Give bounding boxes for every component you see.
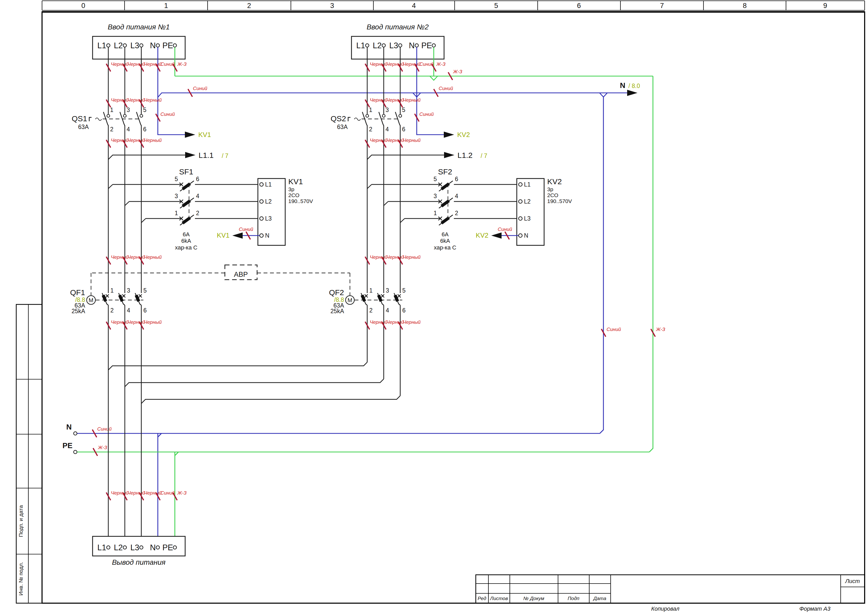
title-col-dokum: № Докум: [523, 596, 544, 601]
bottom-n-pe-terminals: N Синий PE Ж-З: [62, 423, 649, 546]
wire-color-label: Черный: [111, 490, 129, 496]
motor-symbol: M: [89, 297, 93, 303]
pole-number: 6: [402, 307, 406, 314]
avr-label: АВР: [234, 270, 248, 278]
wire-color-label: Ж-З: [656, 326, 665, 332]
pole-number: 1: [175, 210, 178, 216]
kv-spec: 190..570V: [547, 198, 572, 204]
format-label: Формат А3: [800, 605, 831, 612]
title-col-data: Дата: [593, 596, 606, 601]
terminal-label: PE: [422, 41, 432, 50]
net-sheet-ref: / 8.0: [628, 82, 640, 89]
wire-color-label: Черный: [127, 137, 145, 143]
pole-number: 1: [369, 107, 372, 113]
sf-spec: хар-ка С: [175, 244, 198, 251]
terminal-label: L3: [130, 543, 139, 552]
pe-bus: Ж-З Ж-З: [175, 69, 665, 452]
line-net-ref: L1.1: [198, 151, 214, 159]
terminal-label: N: [150, 41, 156, 50]
line-net-ref: L1.2: [457, 151, 473, 159]
pole-number: 4: [127, 126, 130, 133]
kv-coil-ref: KV1: [198, 131, 211, 138]
wire-color-label: Черный: [403, 137, 421, 143]
sheet-label: Лист: [845, 578, 860, 584]
input-title: Ввод питания №2: [367, 23, 429, 31]
terminal-label: PE: [163, 41, 173, 50]
terminal-label: N: [150, 543, 156, 552]
wire-color-label: Черный: [111, 254, 129, 260]
wire-color-label: Черный: [111, 319, 129, 325]
sidebar-label-podp-i-data: Подп. и дата: [18, 505, 24, 537]
pole-number: 1: [369, 287, 373, 294]
pole-number: 5: [402, 287, 406, 294]
sidebar-label-inv-podl: Инв. № подл.: [18, 562, 24, 596]
avr-controller: АВР: [91, 265, 350, 280]
pole-number: 5: [143, 287, 147, 294]
ruler-number: 4: [412, 2, 416, 9]
terminal-label: N: [409, 41, 415, 50]
wire-color-label: Черный: [386, 97, 404, 103]
kv-coil-ref: KV1: [217, 232, 229, 239]
terminal-label-n: N: [66, 423, 72, 431]
pole-number: 2: [369, 126, 372, 133]
pole-number: 5: [434, 176, 437, 182]
wire-color-label: Черный: [127, 97, 145, 103]
qs-name: QS2: [330, 114, 346, 123]
qs-rating: 63A: [337, 124, 348, 130]
kv-terminal: L2: [265, 198, 272, 205]
net-label-n: N: [620, 81, 625, 90]
pole-number: 2: [455, 210, 458, 216]
pole-number: 3: [175, 193, 178, 199]
pole-number: 6: [143, 307, 147, 314]
line-net-sheet-ref: / 7: [222, 152, 228, 159]
kv-spec: 190..570V: [288, 198, 313, 204]
wire-color-label: Черный: [386, 137, 404, 143]
line-net-sheet-ref: / 7: [480, 152, 487, 159]
wire-color-label: Черный: [370, 319, 388, 325]
wire-color-label: Черный: [370, 137, 388, 143]
ruler-number: 1: [164, 2, 168, 9]
wire-color-label: Синий: [160, 112, 175, 117]
wire-color-label: Черный: [144, 490, 162, 496]
kv-coil-ref: KV2: [457, 131, 470, 138]
pole-number: 3: [434, 193, 437, 199]
wire-color-label: Черный: [127, 254, 145, 260]
kv-spec: 3p: [547, 186, 553, 192]
sf-spec: 6A: [183, 231, 190, 238]
wire-color-label: Черный: [370, 97, 388, 103]
kv-coil-ref: KV2: [476, 232, 488, 239]
input2-labels: Ввод питания №2 L1 L2 L3 N PE Черный Чер…: [329, 23, 572, 325]
wire-color-label: Черный: [403, 61, 421, 67]
terminal-label: L1: [98, 543, 106, 552]
title-col-podp: Подп: [567, 596, 580, 601]
pole-number: 1: [110, 287, 114, 294]
terminal-label: L1: [356, 41, 365, 50]
kv-terminal: L1: [524, 181, 531, 188]
wire-color-label: Черный: [370, 254, 388, 260]
pole-number: 2: [110, 307, 114, 314]
pole-number: 6: [455, 176, 458, 182]
wire-color-label: Синий: [498, 227, 512, 232]
pole-number: 1: [434, 210, 437, 216]
wire-color-label: Черный: [403, 97, 421, 103]
pole-number: 3: [386, 107, 389, 113]
pole-number: 3: [127, 107, 130, 113]
kv-spec: 2CO: [547, 192, 558, 198]
pole-number: 2: [369, 307, 373, 314]
terminal-label: L3: [389, 41, 398, 50]
terminal-label: PE: [163, 543, 173, 552]
pole-number: 6: [196, 176, 199, 182]
terminal-label: L2: [114, 41, 123, 50]
sf-spec: 6kA: [181, 238, 191, 244]
drawing-frame: [42, 12, 865, 603]
qf-breaking: 25kA: [72, 308, 85, 314]
kv-terminal: L2: [524, 198, 531, 205]
ruler-number: 3: [330, 2, 334, 9]
sf-spec: 6kA: [440, 238, 450, 244]
pole-number: 4: [127, 307, 130, 314]
input2-geometry: [346, 36, 544, 359]
title-col-listov: Листов: [490, 596, 508, 601]
input1-labels: Ввод питания №1 L1 L2 L3 N PE Черный Чер…: [70, 23, 313, 325]
wire-color-label: Синий: [160, 490, 175, 496]
wire-color-label: Синий: [419, 112, 434, 117]
